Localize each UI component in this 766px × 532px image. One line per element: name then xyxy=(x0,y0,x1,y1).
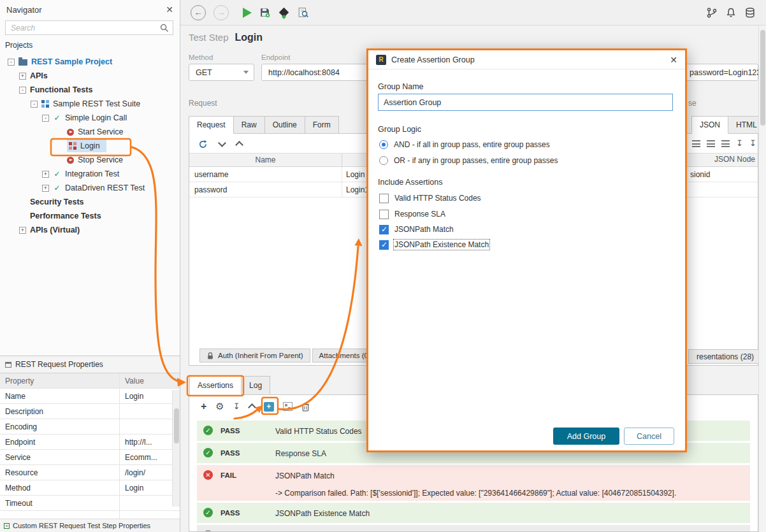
property-row: MethodLogin xyxy=(0,480,180,496)
collapse-icon[interactable]: - xyxy=(8,59,15,66)
stop-diamond-icon[interactable] xyxy=(279,8,289,18)
notifications-bell-icon[interactable] xyxy=(725,7,737,18)
vertical-scrollbar[interactable] xyxy=(758,26,766,532)
trash-icon[interactable] xyxy=(301,402,310,412)
property-value-cell[interactable]: http://l... xyxy=(120,435,180,449)
add-assertion-icon[interactable]: + xyxy=(201,401,206,412)
tab-log[interactable]: Log xyxy=(241,376,270,395)
tree-item-performance-tests[interactable]: Performance Tests xyxy=(0,209,180,223)
tree-item-simple-login-call[interactable]: - ✓ Simple Login Call xyxy=(0,111,180,125)
properties-scrollbar[interactable] xyxy=(172,390,180,507)
tree-item-apis-virtual[interactable]: + APIs (Virtual) xyxy=(0,223,180,237)
chevron-down-icon[interactable] xyxy=(218,139,226,147)
find-document-icon[interactable] xyxy=(298,7,309,18)
search-input[interactable] xyxy=(10,23,160,33)
indent-spacer xyxy=(56,157,63,164)
property-value-cell[interactable] xyxy=(120,404,180,419)
checkbox-unchecked-icon[interactable] xyxy=(379,210,389,219)
scrollbar-thumb[interactable] xyxy=(174,408,179,443)
tree-item-start-service[interactable]: Start Service xyxy=(0,125,180,139)
dialog-close-icon[interactable]: ✕ xyxy=(670,55,677,65)
selected-tree-item[interactable]: Login xyxy=(67,140,106,152)
tab-json[interactable]: JSON xyxy=(691,116,728,134)
ungroup-icon[interactable] xyxy=(283,402,293,411)
add-group-button[interactable]: Add Group xyxy=(553,428,619,445)
assertion-row[interactable]: ✓ PASS JSONPath Existence Match xyxy=(197,503,750,523)
back-icon[interactable]: ← xyxy=(191,5,206,20)
checkbox-checked-icon[interactable] xyxy=(379,225,389,234)
export-down-icon[interactable]: ↧ xyxy=(749,139,756,148)
tree-item-apis[interactable]: + APIs xyxy=(0,69,180,83)
cancel-button[interactable]: Cancel xyxy=(624,428,674,445)
chevron-up-icon[interactable] xyxy=(248,403,256,412)
run-icon[interactable] xyxy=(243,8,252,18)
checkbox-response-sla[interactable]: Response SLA xyxy=(379,208,445,220)
tree-item-sample-rest-test-suite[interactable]: - Sample REST Test Suite xyxy=(0,97,180,111)
collapse-icon[interactable]: - xyxy=(19,87,26,94)
radio-unselected-icon[interactable] xyxy=(379,156,388,165)
scrollbar-thumb[interactable] xyxy=(760,30,765,126)
tree-item-integration-test[interactable]: + ✓ Integration Test xyxy=(0,167,180,181)
gear-icon[interactable]: ⚙ xyxy=(215,401,224,412)
tab-request[interactable]: Request xyxy=(189,116,234,134)
checkbox-jsonpath-match[interactable]: JSONPath Match xyxy=(379,224,454,235)
checkbox-jsonpath-existence-match[interactable]: JSONPath Existence Match xyxy=(379,239,489,250)
expand-icon[interactable]: + xyxy=(19,227,26,234)
database-icon[interactable] xyxy=(744,7,756,18)
representations-tab-fragment[interactable]: resentations (28) xyxy=(688,349,762,364)
checkbox-checked-icon[interactable] xyxy=(379,240,389,250)
collapse-icon[interactable]: - xyxy=(42,115,49,122)
tree-item-functional-tests[interactable]: - Functional Tests xyxy=(0,83,180,97)
dialog-titlebar[interactable]: R Create Assertion Group ✕ xyxy=(368,50,685,69)
parameter-name-cell[interactable]: username xyxy=(189,167,342,182)
property-value-cell[interactable]: Login xyxy=(120,389,180,403)
radio-or[interactable]: OR - if any in group passes, entire grou… xyxy=(379,155,558,166)
expand-icon[interactable]: + xyxy=(19,73,26,80)
tree-item-login[interactable]: Login xyxy=(0,139,180,153)
property-value-cell[interactable] xyxy=(120,419,180,434)
tree-item-rest-sample-project[interactable]: - REST Sample Project xyxy=(0,55,180,69)
chevron-up-icon[interactable] xyxy=(235,141,243,149)
test-step-label: Test Step xyxy=(189,32,229,43)
create-group-icon[interactable] xyxy=(264,402,274,412)
align-lines-icon[interactable] xyxy=(721,140,730,147)
radio-selected-icon[interactable] xyxy=(379,140,388,149)
checkbox-unchecked-icon[interactable] xyxy=(379,194,389,203)
property-value-cell[interactable]: /login/ xyxy=(120,465,180,480)
import-icon[interactable]: ↧ xyxy=(233,402,240,411)
tab-assertions[interactable]: Assertions xyxy=(189,376,242,395)
branch-icon[interactable] xyxy=(706,7,718,18)
collapse-icon[interactable]: - xyxy=(31,101,38,108)
parameter-name-cell[interactable]: password xyxy=(189,182,342,197)
property-value-cell[interactable]: Ecomm... xyxy=(120,450,180,464)
close-icon[interactable]: ✕ xyxy=(166,4,173,15)
tab-outline[interactable]: Outline xyxy=(264,116,305,134)
tree-item-datadriven-rest-test[interactable]: + ✓ DataDriven REST Test xyxy=(0,181,180,195)
property-value-cell[interactable] xyxy=(120,496,180,510)
tab-raw[interactable]: Raw xyxy=(233,116,265,134)
tree-item-stop-service[interactable]: Stop Service xyxy=(0,153,180,167)
assertion-row[interactable]: ✕ FAIL JSONPath Match -> Comparison fail… xyxy=(197,465,750,501)
expand-icon[interactable]: + xyxy=(42,185,49,192)
align-lines-icon[interactable] xyxy=(692,140,700,147)
property-name-cell: Timeout xyxy=(0,496,120,510)
checkbox-valid-http-status-codes[interactable]: Valid HTTP Status Codes xyxy=(379,192,481,204)
endpoint-value-tail: password=Login123 xyxy=(690,68,761,77)
tree-item-security-tests[interactable]: Security Tests xyxy=(0,195,180,209)
export-down-icon[interactable]: ↧ xyxy=(736,139,743,148)
search-box[interactable] xyxy=(5,20,173,35)
method-select[interactable]: GET xyxy=(189,64,254,81)
auth-tab[interactable]: Auth (Inherit From Parent) xyxy=(199,349,310,363)
tree-item-label: DataDriven REST Test xyxy=(65,183,145,192)
tree-item-label: Start Service xyxy=(78,127,124,136)
group-name-input[interactable] xyxy=(378,94,673,111)
expand-icon[interactable]: + xyxy=(42,171,49,178)
tab-form[interactable]: Form xyxy=(305,116,339,134)
forward-icon[interactable]: → xyxy=(213,5,229,20)
assertion-row[interactable]: ? UNKNOWN Assertion Group xyxy=(197,525,750,532)
property-value-cell[interactable]: Login xyxy=(120,480,180,495)
refresh-icon[interactable] xyxy=(198,140,208,149)
align-lines-icon[interactable] xyxy=(707,140,715,147)
radio-and[interactable]: AND - if all in group pass, entire group… xyxy=(379,139,550,150)
save-icon[interactable] xyxy=(259,7,270,18)
